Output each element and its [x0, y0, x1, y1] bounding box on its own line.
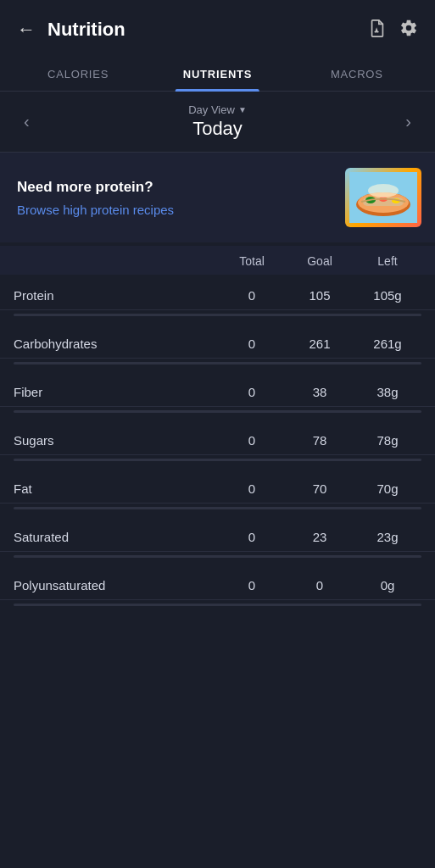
- nutrient-total: 0: [218, 530, 286, 544]
- nutrient-block: Carbohydrates 0 261 261g: [0, 323, 435, 371]
- progress-bar-container: [0, 504, 435, 516]
- progress-bar-background: [14, 410, 421, 413]
- nutrient-left: 78g: [354, 433, 421, 448]
- next-day-button[interactable]: ›: [399, 108, 418, 135]
- table-row: Carbohydrates 0 261 261g: [0, 323, 435, 359]
- day-view-selector[interactable]: Day View ▼: [188, 103, 247, 116]
- nutrient-name: Saturated: [14, 530, 218, 544]
- progress-bar-background: [14, 604, 421, 606]
- nutrients-table: Total Goal Left Protein 0 105 105g Carbo…: [0, 246, 435, 613]
- svg-point-8: [368, 184, 399, 198]
- chevron-left-icon: ‹: [24, 112, 30, 131]
- tab-macros[interactable]: MACROS: [287, 56, 427, 91]
- back-button[interactable]: ←: [14, 15, 39, 44]
- nutrient-name: Fat: [14, 481, 218, 496]
- col-header-goal: Goal: [286, 254, 354, 268]
- header: ← Nutrition: [0, 0, 435, 53]
- promo-title: Need more protein?: [17, 179, 345, 196]
- nutrient-left: 261g: [354, 337, 421, 351]
- current-day: Today: [192, 118, 243, 140]
- chevron-right-icon: ›: [405, 112, 411, 131]
- progress-bar-container: [0, 600, 435, 613]
- nutrient-name: Carbohydrates: [14, 337, 218, 351]
- nutrient-total: 0: [218, 288, 286, 303]
- nutrient-left: 105g: [354, 288, 421, 303]
- nutrient-goal: 105: [286, 288, 354, 303]
- nutrient-left: 70g: [354, 481, 421, 496]
- table-row: Sugars 0 78 78g: [0, 420, 435, 455]
- nutrient-name: Protein: [14, 288, 218, 303]
- nutrient-goal: 38: [286, 385, 354, 399]
- progress-bar-background: [14, 362, 421, 364]
- col-header-name: [14, 254, 218, 268]
- nutrient-total: 0: [218, 385, 286, 399]
- table-row: Fat 0 70 70g: [0, 468, 435, 504]
- nutrient-total: 0: [218, 481, 286, 496]
- back-icon: ←: [17, 19, 36, 40]
- progress-bar-background: [14, 555, 421, 558]
- promo-image: [345, 168, 421, 227]
- table-header: Total Goal Left: [0, 246, 435, 275]
- page-title: Nutrition: [47, 19, 125, 41]
- prev-day-button[interactable]: ‹: [17, 108, 36, 135]
- header-actions: [369, 19, 418, 41]
- nutrient-block: Fiber 0 38 38g: [0, 371, 435, 420]
- progress-bar-container: [0, 455, 435, 468]
- nutrient-block: Saturated 0 23 23g: [0, 516, 435, 565]
- promo-link[interactable]: Browse high protein recipes: [17, 203, 345, 217]
- nutrient-name: Fiber: [14, 385, 218, 399]
- day-navigator: ‹ Day View ▼ Today ›: [0, 92, 435, 153]
- table-row: Saturated 0 23 23g: [0, 516, 435, 552]
- nutrient-block: Protein 0 105 105g: [0, 275, 435, 323]
- dropdown-arrow-icon: ▼: [238, 105, 247, 114]
- promo-text: Need more protein? Browse high protein r…: [17, 179, 345, 217]
- nutrient-name: Polyunsaturated: [14, 578, 218, 593]
- table-row: Fiber 0 38 38g: [0, 371, 435, 407]
- nutrient-total: 0: [218, 433, 286, 448]
- file-icon: [369, 19, 386, 37]
- nutrient-block: Fat 0 70 70g: [0, 468, 435, 516]
- nutrient-goal: 261: [286, 337, 354, 351]
- nutrient-name: Sugars: [14, 433, 218, 448]
- nutrient-goal: 23: [286, 530, 354, 544]
- nutrient-left: 38g: [354, 385, 421, 399]
- header-left: ← Nutrition: [14, 15, 125, 44]
- nutrient-goal: 0: [286, 578, 354, 593]
- progress-bar-container: [0, 552, 435, 565]
- progress-bar-container: [0, 407, 435, 420]
- tab-calories[interactable]: CALORIES: [8, 56, 148, 91]
- nutrient-block: Sugars 0 78 78g: [0, 420, 435, 468]
- file-button[interactable]: [369, 19, 386, 41]
- nutrient-total: 0: [218, 337, 286, 351]
- nutrient-total: 0: [218, 578, 286, 593]
- progress-bar-background: [14, 459, 421, 461]
- burrito-image: [349, 172, 417, 223]
- day-view-label: Day View: [188, 103, 235, 116]
- progress-bar-container: [0, 310, 435, 323]
- tab-bar: CALORIES NUTRIENTS MACROS: [0, 56, 435, 92]
- progress-bar-container: [0, 359, 435, 371]
- promo-banner: Need more protein? Browse high protein r…: [0, 153, 435, 242]
- nutrient-goal: 78: [286, 433, 354, 448]
- table-row: Protein 0 105 105g: [0, 275, 435, 310]
- tab-nutrients[interactable]: NUTRIENTS: [148, 56, 287, 91]
- col-header-total: Total: [218, 254, 286, 268]
- progress-bar-background: [14, 507, 421, 509]
- settings-button[interactable]: [399, 19, 418, 41]
- progress-bar-background: [14, 314, 421, 316]
- table-row: Polyunsaturated 0 0 0g: [0, 565, 435, 600]
- col-header-left: Left: [354, 254, 421, 268]
- day-center: Day View ▼ Today: [188, 103, 247, 140]
- nutrient-block: Polyunsaturated 0 0 0g: [0, 565, 435, 613]
- nutrient-left: 0g: [354, 578, 421, 593]
- nutrient-rows: Protein 0 105 105g Carbohydrates 0 261 2…: [0, 275, 435, 613]
- nutrient-goal: 70: [286, 481, 354, 496]
- nutrient-left: 23g: [354, 530, 421, 544]
- gear-icon: [399, 19, 418, 37]
